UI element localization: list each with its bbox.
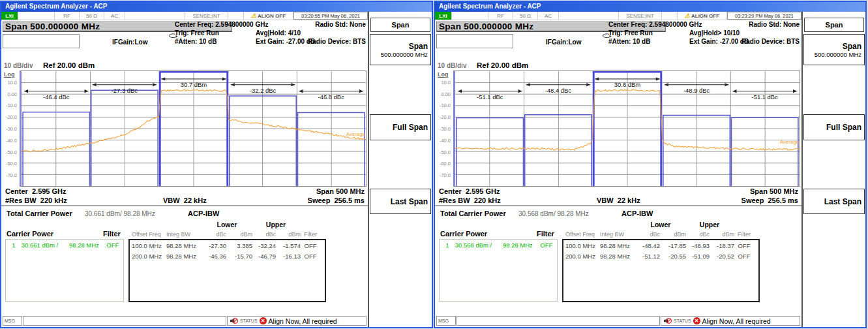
y-axis-tick: 10.0 xyxy=(7,80,17,86)
status-label: STATUS xyxy=(674,319,691,323)
ref-level-readout: Ref 20.00 dBm xyxy=(477,61,528,69)
column-header: dBc xyxy=(638,231,660,238)
offset-freq-cell: 100.0 MHz xyxy=(130,242,166,253)
column-header: Filter xyxy=(301,231,320,238)
window-title: Agilent Spectrum Analyzer - ACP xyxy=(5,3,108,10)
window-titlebar[interactable]: Agilent Spectrum Analyzer - ACP xyxy=(1,2,432,12)
workspace: Agilent Spectrum Analyzer - ACP LXI RF 5… xyxy=(0,1,867,328)
rbw-readout: #Res BW 220 kHz xyxy=(5,196,67,204)
coupling-indicator: AC xyxy=(538,12,559,20)
softkey-span-value: 500.000000 MHz xyxy=(815,51,861,58)
column-header: Integ BW xyxy=(600,231,638,238)
lower-dbc-cell: -51.12 xyxy=(638,253,660,263)
vbw-readout: VBW 22 kHz xyxy=(597,196,640,204)
ifgain-readout: IFGain:Low xyxy=(112,39,147,46)
ifgain-readout: IFGain:Low xyxy=(546,39,581,46)
window-titlebar[interactable]: Agilent Spectrum Analyzer - ACP xyxy=(435,2,865,12)
upper-group-header: Upper xyxy=(690,221,729,228)
filter-cell: OFF xyxy=(301,242,320,253)
column-header: dBc xyxy=(686,231,710,238)
lower-dbc-cell: -27.30 xyxy=(204,242,226,253)
filter-cell: OFF xyxy=(734,242,754,253)
scale-readout: 10 dB/div xyxy=(438,62,466,69)
plot-area: -51.1 dBc-48.4 dBc30.6 dBm-48.9 dBc-51.1… xyxy=(453,70,800,187)
svg-text:Average: Average xyxy=(780,139,800,145)
svg-text:-48.4 dBc: -48.4 dBc xyxy=(545,87,572,94)
upper-dbc-cell: -51.09 xyxy=(686,253,710,263)
atten-readout: #Atten: 10 dB xyxy=(608,38,650,45)
impedance-indicator: 50 Ω xyxy=(80,12,104,20)
speaker-muted-icon xyxy=(663,315,672,327)
center-freq-readout: Center Freq: 2.594800000 GHz xyxy=(608,21,702,28)
message-bar: MSG STATUS Align Now, All required xyxy=(435,316,801,327)
y-axis-tick: -10.0 xyxy=(6,102,17,108)
status-blank-cell xyxy=(452,12,488,20)
total-carrier-power-label: Total Carrier Power xyxy=(440,210,506,217)
center-readout: Center 2.595 GHz xyxy=(439,187,500,195)
softkey-menu-title: Span xyxy=(370,18,430,32)
filter-header: Filter xyxy=(537,230,554,238)
offset-results-box: 100.0 MHz 98.28 MHz -27.30 3.385 -32.24 … xyxy=(128,239,326,302)
upper-dbm-cell: -20.52 xyxy=(710,253,734,263)
entry-box xyxy=(3,34,80,48)
measurement-mode-label: ACP-IBW xyxy=(188,210,219,217)
status-label: STATUS xyxy=(240,319,258,323)
plot-svg: -46.4 dBc-27.3 dBc30.7 dBm-32.2 dBc-46.8… xyxy=(22,71,366,186)
integ-bw-cell: 98.28 MHz xyxy=(166,242,204,253)
softkey-span-button[interactable]: Span 500.000000 MHz xyxy=(803,34,865,65)
align-label: ALIGN OFF xyxy=(258,13,286,19)
sweep-readout: Sweep 256.5 ms xyxy=(308,196,365,204)
atten-readout: #Atten: 10 dB xyxy=(175,38,217,45)
column-header: dBc xyxy=(204,231,226,238)
softkey-last-span-button[interactable]: Last Span xyxy=(803,189,865,214)
y-axis-tick: -70.0 xyxy=(6,172,17,178)
span-readout: Span 500 MHz xyxy=(750,187,798,195)
status-strip: LXI RF 50 Ω AC SENSE:INT ALIGN OFF 03:20… xyxy=(1,12,368,20)
status-blank-cell xyxy=(18,12,55,20)
status-area: STATUS Align Now, All required xyxy=(227,316,367,326)
spectrum-chart: Log 10.00.00-10.0-20.0-30.0-40.0-50.0-60… xyxy=(1,70,368,187)
speaker-muted-icon xyxy=(230,315,238,327)
softkey-span-label: Span xyxy=(409,42,428,51)
span-readout: Span 500 MHz xyxy=(316,187,365,195)
softkey-full-span-button[interactable]: Full Span xyxy=(370,114,431,140)
upper-dbm-cell: -16.13 xyxy=(276,253,301,263)
svg-text:-51.1 dBc: -51.1 dBc xyxy=(752,93,779,101)
column-header: dBm xyxy=(226,231,252,238)
results-table: Total Carrier Power 30.568 dBm/ 98.28 MH… xyxy=(435,206,801,306)
rbw-readout: #Res BW 220 kHz xyxy=(439,196,501,204)
softkey-span-button[interactable]: Span 500.000000 MHz xyxy=(370,34,431,65)
offset-freq-cell: 200.0 MHz xyxy=(130,253,166,263)
column-header: dBm xyxy=(276,231,301,238)
softkey-last-span-button[interactable]: Last Span xyxy=(370,189,431,214)
carrier-bw-value: 98.28 MHz xyxy=(69,242,106,249)
svg-text:-46.8 dBc: -46.8 dBc xyxy=(318,93,345,101)
center-readout: Center 2.595 GHz xyxy=(5,187,67,195)
ext-gain-readout: Ext Gain: -27.00 dB xyxy=(689,38,749,45)
error-icon xyxy=(693,317,700,324)
align-warning: ALIGN OFF xyxy=(244,12,293,20)
svg-text:Average: Average xyxy=(346,131,366,137)
svg-text:30.7 dBm: 30.7 dBm xyxy=(181,81,207,88)
status-blank-cell xyxy=(662,12,678,20)
y-axis-tick: -10.0 xyxy=(440,102,451,108)
offset-freq-cell: 200.0 MHz xyxy=(563,253,600,263)
table-row: 100.0 MHz 98.28 MHz -48.42 -17.85 -48.93… xyxy=(563,242,758,253)
integ-bw-cell: 98.28 MHz xyxy=(166,253,204,263)
total-carrier-power-label: Total Carrier Power xyxy=(7,210,72,217)
spectrum-chart: Log 10.00.00-10.0-20.0-30.0-40.0-50.0-60… xyxy=(435,70,801,187)
carrier-filter-value: OFF xyxy=(540,242,557,249)
column-header: dBc xyxy=(252,231,276,238)
analyzer-screen: LXI RF 50 Ω AC SENSE:INT ALIGN OFF 03:20… xyxy=(1,12,368,327)
y-axis: 10.00.00-10.0-20.0-30.0-40.0-50.0-60.0-7… xyxy=(435,70,451,187)
filter-cell: OFF xyxy=(301,253,320,263)
radio-device-readout: Radio Device: BTS xyxy=(741,38,800,45)
svg-text:-48.9 dBc: -48.9 dBc xyxy=(683,87,710,94)
y-axis-tick: -30.0 xyxy=(440,126,451,132)
y-axis-tick: -60.0 xyxy=(440,161,451,166)
y-axis-tick: -40.0 xyxy=(440,138,451,144)
carrier-index: 1 xyxy=(440,242,455,249)
upper-dbc-cell: -32.24 xyxy=(252,242,276,253)
softkey-full-span-button[interactable]: Full Span xyxy=(803,114,865,140)
lower-dbm-cell: -20.55 xyxy=(660,253,686,263)
